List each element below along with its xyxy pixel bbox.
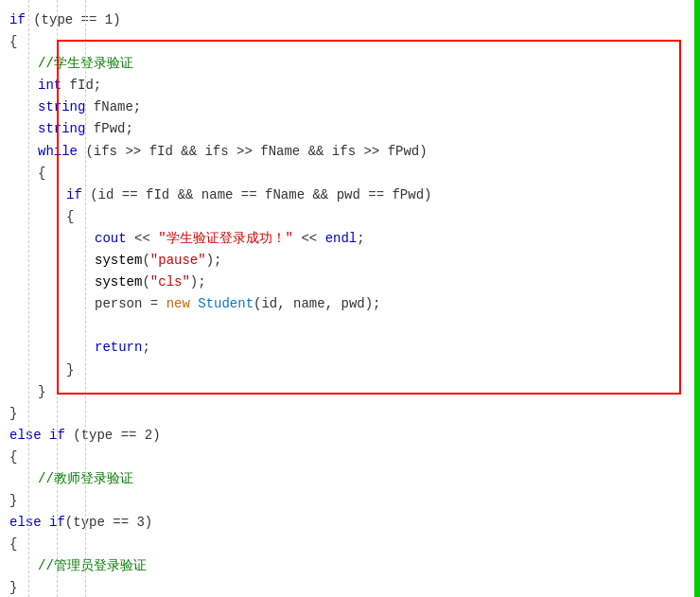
- code-token: (type == 1): [26, 9, 121, 31]
- code-line: //学生登录验证: [0, 53, 700, 75]
- code-line: else if(type == 3): [0, 512, 700, 534]
- code-line: else if (type == 2): [0, 425, 700, 447]
- code-token: if: [49, 425, 65, 447]
- code-token: else: [9, 512, 42, 534]
- code-token: {: [9, 31, 17, 53]
- code-line: system("pause");: [0, 250, 700, 272]
- code-token: (type == 2): [65, 425, 161, 447]
- code-line: int fId;: [0, 75, 700, 97]
- code-token: <<: [127, 228, 159, 250]
- code-line: {: [0, 534, 700, 555]
- code-token: );: [190, 272, 206, 293]
- code-token: (: [142, 272, 149, 293]
- code-token: {: [38, 163, 45, 184]
- code-line: cout << "学生验证登录成功！" << endl;: [0, 228, 700, 250]
- code-token: endl: [325, 228, 358, 250]
- code-token: if: [66, 184, 82, 206]
- code-token: }: [38, 381, 45, 403]
- code-line: string fName;: [0, 97, 700, 118]
- code-line: system("cls");: [0, 272, 700, 293]
- code-line: }: [0, 490, 700, 512]
- code-token: person =: [95, 293, 166, 315]
- code-token: return: [95, 337, 142, 359]
- code-token: "学生验证登录成功！": [158, 228, 293, 250]
- code-token: string: [38, 97, 85, 118]
- code-token: (id == fId && name == fName && pwd == fP…: [82, 184, 432, 206]
- code-line: string fPwd;: [0, 118, 700, 140]
- code-token: Student: [198, 293, 254, 315]
- code-token: new: [166, 293, 190, 315]
- code-token: (ifs >> fId && ifs >> fName && ifs >> fP…: [78, 141, 428, 163]
- code-line: }: [0, 381, 700, 403]
- code-token: }: [9, 577, 17, 597]
- code-token: int: [38, 75, 61, 97]
- code-editor: if (type == 1){//学生登录验证int fId;string fN…: [0, 0, 700, 597]
- code-line: }: [0, 403, 700, 425]
- code-token: if: [49, 512, 65, 534]
- code-token: "pause": [150, 250, 206, 272]
- code-token: system: [95, 250, 142, 272]
- code-token: //教师登录验证: [38, 468, 133, 490]
- code-token: [190, 293, 198, 315]
- code-token: //学生登录验证: [38, 53, 133, 75]
- code-token: (type == 3): [65, 512, 152, 534]
- code-token: ;: [142, 337, 149, 359]
- code-line: if (type == 1): [0, 9, 700, 31]
- code-token: fName;: [85, 97, 141, 118]
- code-token: }: [9, 403, 17, 425]
- code-token: if: [9, 9, 26, 31]
- code-line: return;: [0, 337, 700, 359]
- code-token: fPwd;: [85, 118, 132, 140]
- code-token: else: [9, 425, 42, 447]
- green-bar: [694, 0, 700, 597]
- code-token: cout: [95, 228, 127, 250]
- code-token: [42, 425, 49, 447]
- code-line: }: [0, 577, 700, 597]
- code-line: {: [0, 206, 700, 228]
- code-token: }: [9, 490, 17, 512]
- code-line: {: [0, 31, 700, 53]
- code-line: }: [0, 360, 700, 381]
- code-token: //管理员登录验证: [38, 555, 147, 577]
- code-token: fId;: [61, 75, 101, 97]
- code-token: {: [66, 206, 74, 228]
- code-token: while: [38, 141, 78, 163]
- code-line: {: [0, 447, 700, 468]
- code-line: if (id == fId && name == fName && pwd ==…: [0, 184, 700, 206]
- code-line: {: [0, 163, 700, 184]
- code-token: }: [66, 360, 74, 381]
- code-token: (id, name, pwd);: [254, 293, 380, 315]
- code-token: <<: [293, 228, 325, 250]
- code-token: [42, 512, 49, 534]
- code-token: );: [206, 250, 222, 272]
- code-token: ;: [357, 228, 364, 250]
- code-line: [0, 315, 700, 337]
- code-token: {: [9, 534, 17, 555]
- code-token: "cls": [150, 272, 190, 293]
- code-token: (: [142, 250, 149, 272]
- code-token: system: [95, 272, 142, 293]
- code-token: {: [9, 447, 17, 468]
- code-token: string: [38, 118, 85, 140]
- code-line: //教师登录验证: [0, 468, 700, 490]
- code-line: while (ifs >> fId && ifs >> fName && ifs…: [0, 141, 700, 163]
- code-line: person = new Student(id, name, pwd);: [0, 293, 700, 315]
- code-line: //管理员登录验证: [0, 555, 700, 577]
- code-lines: if (type == 1){//学生登录验证int fId;string fN…: [0, 9, 700, 597]
